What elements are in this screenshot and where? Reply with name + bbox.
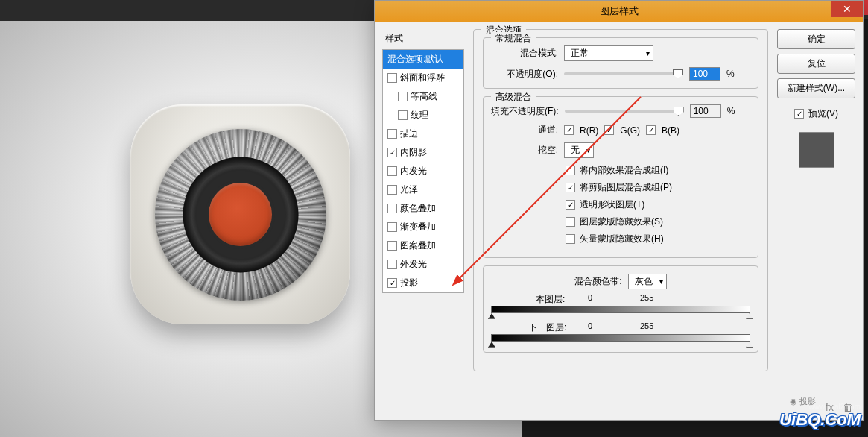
styles-header: 样式 xyxy=(382,29,464,49)
icon-metal-ring xyxy=(155,129,326,301)
preview-swatch xyxy=(799,132,834,168)
style-gradient-overlay[interactable]: 渐变叠加 xyxy=(383,218,463,236)
style-stroke[interactable]: 描边 xyxy=(383,125,463,143)
checkbox-icon[interactable] xyxy=(387,260,397,269)
watermark-logo: UiBQ.CoM xyxy=(779,410,861,430)
checkbox-icon[interactable] xyxy=(387,185,397,195)
gradient-bar xyxy=(491,306,750,313)
style-bevel[interactable]: 斜面和浮雕 xyxy=(383,69,463,87)
blend-if-select[interactable]: 灰色 xyxy=(628,274,667,289)
checkbox-icon[interactable] xyxy=(398,92,408,101)
dialog-close-button[interactable]: ✕ xyxy=(831,1,863,17)
dialog-title-text: 图层样式 xyxy=(600,4,639,18)
style-inner-glow[interactable]: 内发光 xyxy=(383,162,463,180)
slider-handle-icon[interactable] xyxy=(746,313,753,319)
slider-thumb-icon[interactable] xyxy=(673,69,683,78)
dialog-titlebar[interactable]: 图层样式 ✕ xyxy=(375,1,863,22)
ok-button[interactable]: 确定 xyxy=(777,29,855,49)
fill-opacity-label: 填充不透明度(F): xyxy=(491,105,559,118)
preview-checkbox[interactable] xyxy=(794,109,804,119)
icon-preview-base xyxy=(130,104,350,324)
slider-handle-icon[interactable] xyxy=(746,342,753,348)
new-style-button[interactable]: 新建样式(W)... xyxy=(777,78,855,98)
blend-if-label: 混合颜色带: xyxy=(574,275,621,288)
knockout-select[interactable]: 无 xyxy=(564,142,594,158)
vector-mask-hides-checkbox[interactable] xyxy=(566,234,575,244)
transparency-shapes-checkbox[interactable] xyxy=(566,200,575,210)
blend-options-fieldset: 混合选项 常规混合 混合模式: 正常 不透明度(O): 100 % xyxy=(473,29,768,371)
advanced-blend-legend: 高级混合 xyxy=(491,91,536,104)
percent-label: % xyxy=(726,69,735,79)
style-drop-shadow[interactable]: 投影 xyxy=(383,274,463,292)
style-outer-glow[interactable]: 外发光 xyxy=(383,255,463,274)
slider-handle-icon[interactable] xyxy=(488,313,495,319)
opacity-input[interactable]: 100 xyxy=(689,67,720,81)
channel-g-checkbox[interactable] xyxy=(604,125,614,135)
style-contour[interactable]: 等高线 xyxy=(383,87,463,106)
style-satin[interactable]: 光泽 xyxy=(383,180,463,199)
preview-label: 预览(V) xyxy=(808,107,838,120)
opacity-slider[interactable] xyxy=(564,72,683,75)
opacity-label: 不透明度(O): xyxy=(491,68,558,81)
checkbox-icon[interactable] xyxy=(398,110,408,120)
checkbox-icon[interactable] xyxy=(387,148,397,157)
gradient-bar xyxy=(491,334,750,342)
buttons-panel: 确定 复位 新建样式(W)... 预览(V) xyxy=(777,29,855,412)
styles-list: 混合选项:默认 斜面和浮雕 等高线 纹理 描边 内阴影 内发光 光泽 颜色叠加 … xyxy=(382,49,464,293)
slider-handle-icon[interactable] xyxy=(488,342,495,348)
fill-opacity-slider[interactable] xyxy=(565,110,684,113)
style-inner-shadow[interactable]: 内阴影 xyxy=(383,143,463,162)
layer-style-dialog: 图层样式 ✕ 样式 混合选项:默认 斜面和浮雕 等高线 纹理 描边 内阴影 内发… xyxy=(374,0,864,421)
checkbox-icon[interactable] xyxy=(387,129,397,139)
advanced-blend-fieldset: 高级混合 填充不透明度(F): 100 % 通道: R(R) G(G) B(B) xyxy=(483,96,758,258)
checkbox-icon[interactable] xyxy=(387,73,397,83)
style-pattern-overlay[interactable]: 图案叠加 xyxy=(383,236,463,255)
fill-opacity-input[interactable]: 100 xyxy=(690,104,721,118)
options-panel: 混合选项 常规混合 混合模式: 正常 不透明度(O): 100 % xyxy=(473,29,768,412)
this-layer-slider[interactable]: 本图层: 0 255 xyxy=(491,295,750,316)
general-blend-legend: 常规混合 xyxy=(491,32,536,45)
icon-dark-ring xyxy=(183,157,298,272)
style-color-overlay[interactable]: 颜色叠加 xyxy=(383,199,463,218)
checkbox-icon[interactable] xyxy=(387,241,397,251)
checkbox-icon[interactable] xyxy=(387,204,397,213)
blend-mode-select[interactable]: 正常 xyxy=(564,45,653,61)
checkbox-icon[interactable] xyxy=(387,278,397,288)
blend-if-fieldset: 混合颜色带: 灰色 本图层: 0 255 下一图层: 0 255 xyxy=(483,265,758,353)
cancel-button[interactable]: 复位 xyxy=(777,54,855,74)
percent-label: % xyxy=(727,106,735,116)
knockout-label: 挖空: xyxy=(491,144,558,157)
underlying-layer-slider[interactable]: 下一图层: 0 255 xyxy=(491,324,750,345)
general-blend-fieldset: 常规混合 混合模式: 正常 不透明度(O): 100 % xyxy=(483,37,758,89)
style-blend-options[interactable]: 混合选项:默认 xyxy=(383,50,463,69)
blend-clipped-checkbox[interactable] xyxy=(566,183,575,192)
icon-red-center xyxy=(209,183,272,246)
style-texture[interactable]: 纹理 xyxy=(383,106,463,125)
blend-interior-checkbox[interactable] xyxy=(566,166,575,175)
checkbox-icon[interactable] xyxy=(387,166,397,176)
styles-panel: 样式 混合选项:默认 斜面和浮雕 等高线 纹理 描边 内阴影 内发光 光泽 颜色… xyxy=(382,29,464,412)
blend-mode-label: 混合模式: xyxy=(491,47,558,60)
channel-b-checkbox[interactable] xyxy=(646,125,656,135)
channel-r-checkbox[interactable] xyxy=(564,125,574,135)
layer-mask-hides-checkbox[interactable] xyxy=(566,217,575,227)
channels-label: 通道: xyxy=(491,124,558,136)
checkbox-icon[interactable] xyxy=(387,222,397,232)
slider-thumb-icon[interactable] xyxy=(674,107,684,116)
